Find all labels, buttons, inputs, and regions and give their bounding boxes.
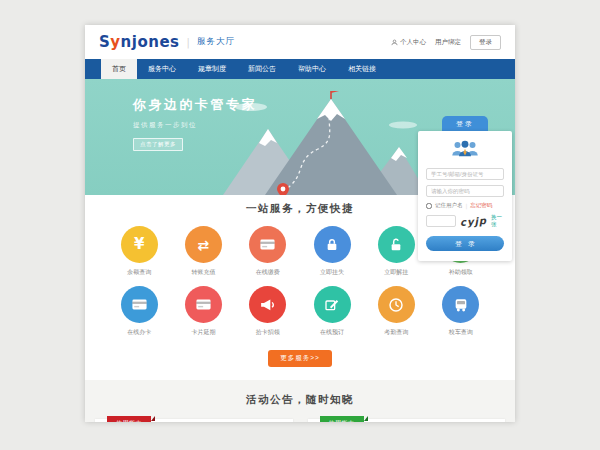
main-nav: 首页 服务中心 规章制度 新闻公告 帮助中心 相关链接 — [85, 59, 515, 79]
service-card-renew[interactable]: 卡片延期 — [171, 286, 235, 337]
service-lost-found[interactable]: 拾卡招领 — [236, 286, 300, 337]
site-name: 服务大厅 — [197, 36, 235, 48]
transfer-icon: ⇄ — [185, 226, 222, 263]
announcements-title: 活动公告，随时知晓 — [85, 393, 515, 407]
guide-ribbon-green[interactable]: 使用指南 — [320, 416, 364, 422]
hero-banner: 你身边的卡管专家 提供服务一步到位 点击了解更多 登录 — [85, 79, 515, 195]
card-icon — [249, 226, 286, 263]
login-panel: 登录 记住用户名 | 忘记密码 — [418, 116, 512, 261]
header-login-button[interactable]: 登录 — [470, 35, 501, 50]
login-tab[interactable]: 登录 — [442, 116, 488, 131]
site-header: Synjones | 服务大厅 个人中心 用户绑定 登录 — [85, 25, 515, 59]
guide-panel-right: 使用指南 更多>> — [308, 419, 506, 422]
user-icon — [391, 39, 398, 46]
service-booking[interactable]: 在线预订 — [300, 286, 364, 337]
site-page: Synjones | 服务大厅 个人中心 用户绑定 登录 首页 服务中心 规章制… — [85, 25, 515, 422]
card-icon — [185, 286, 222, 323]
hero-cta-button[interactable]: 点击了解更多 — [133, 138, 183, 151]
service-report-loss[interactable]: 立即挂失 — [300, 226, 364, 277]
nav-home[interactable]: 首页 — [101, 59, 137, 79]
bus-icon — [442, 286, 479, 323]
hero-title: 你身边的卡管专家 — [133, 96, 257, 114]
guide-panel-left: 使用指南 最新公告 更多>> — [95, 419, 293, 422]
logo-divider: | — [187, 37, 190, 48]
forgot-password-link[interactable]: 忘记密码 — [470, 202, 492, 209]
user-bind-link[interactable]: 用户绑定 — [435, 38, 461, 47]
lock-icon — [314, 226, 351, 263]
service-transfer[interactable]: ⇄转账充值 — [171, 226, 235, 277]
logo[interactable]: Synjones — [99, 33, 180, 51]
remember-label: 记住用户名 — [435, 202, 463, 209]
more-services-button[interactable]: 更多服务>> — [268, 350, 332, 367]
service-apply-card[interactable]: 在线办卡 — [107, 286, 171, 337]
edit-icon — [314, 286, 351, 323]
clock-icon — [378, 286, 415, 323]
nav-rules[interactable]: 规章制度 — [187, 59, 237, 79]
service-attendance[interactable]: 考勤查询 — [364, 286, 428, 337]
hero-text: 你身边的卡管专家 提供服务一步到位 点击了解更多 — [133, 96, 257, 151]
service-balance[interactable]: ¥余额查询 — [107, 226, 171, 277]
password-input[interactable] — [426, 185, 504, 197]
nav-links[interactable]: 相关链接 — [337, 59, 387, 79]
login-submit-button[interactable]: 登录 — [426, 236, 504, 251]
captcha-refresh-link[interactable]: 换一张 — [491, 214, 504, 228]
service-school-bus[interactable]: 校车查询 — [428, 286, 492, 337]
announcements-section: 活动公告，随时知晓 使用指南 最新公告 更多>> 使用指南 更多>> — [85, 380, 515, 422]
nav-service-center[interactable]: 服务中心 — [137, 59, 187, 79]
yen-icon: ¥ — [121, 226, 158, 263]
guide-ribbon-red[interactable]: 使用指南 — [107, 416, 151, 422]
users-group-icon — [426, 139, 504, 161]
remember-checkbox[interactable] — [426, 203, 432, 209]
card-icon — [121, 286, 158, 323]
hero-subtitle: 提供服务一步到位 — [133, 121, 257, 130]
map-pin-icon — [277, 183, 289, 195]
nav-news[interactable]: 新闻公告 — [237, 59, 287, 79]
megaphone-icon — [249, 286, 286, 323]
user-center-link[interactable]: 个人中心 — [391, 38, 426, 47]
service-pay-online[interactable]: 在线缴费 — [236, 226, 300, 277]
unlock-icon — [378, 226, 415, 263]
captcha-image[interactable]: cyjp — [460, 215, 488, 228]
username-input[interactable] — [426, 168, 504, 180]
captcha-input[interactable] — [426, 215, 456, 227]
nav-help[interactable]: 帮助中心 — [287, 59, 337, 79]
